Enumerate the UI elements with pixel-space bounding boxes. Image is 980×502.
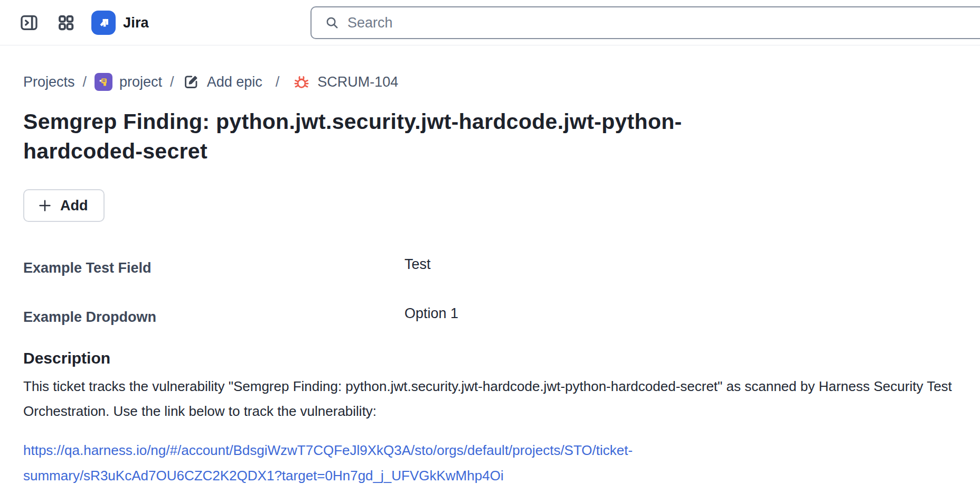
plus-icon [37, 198, 53, 213]
add-button-label: Add [60, 198, 88, 214]
add-button[interactable]: Add [23, 189, 105, 222]
breadcrumb-separator: / [276, 74, 280, 90]
breadcrumb-project-label: project [119, 74, 162, 90]
breadcrumb-issue-key[interactable]: SCRUM-104 [293, 73, 398, 91]
issue-view: Projects / project / [0, 73, 980, 488]
field-label-example-dropdown: Example Dropdown [23, 309, 404, 326]
description-heading: Description [23, 349, 957, 367]
breadcrumb-separator: / [83, 74, 87, 90]
field-value-example-dropdown[interactable]: Option 1 [404, 305, 957, 322]
header-divider [0, 45, 980, 45]
bug-icon [293, 73, 310, 91]
search-bar [310, 6, 980, 39]
vulnerability-link-line1: https://qa.harness.io/ng/#/account/Bdsgi… [23, 438, 957, 463]
app-switcher-button[interactable] [54, 11, 78, 34]
description-body[interactable]: This ticket tracks the vulnerability "Se… [23, 374, 957, 424]
breadcrumb-project[interactable]: project [95, 73, 162, 91]
top-navigation-bar: Jira [0, 0, 980, 45]
app-grid-icon [56, 13, 76, 32]
breadcrumb-issue-key-label: SCRUM-104 [317, 74, 398, 90]
breadcrumb-projects-label: Projects [23, 74, 75, 90]
edit-icon [182, 73, 200, 91]
vulnerability-link-line2: summary/sR3uKcAd7OU6CZC2K2QDX1?target=0H… [23, 463, 957, 488]
breadcrumb-separator: / [170, 74, 174, 90]
search-input[interactable] [347, 15, 980, 31]
breadcrumb-add-epic-label: Add epic [207, 74, 262, 90]
project-avatar-icon [95, 73, 112, 91]
app-name: Jira [123, 15, 149, 31]
field-label-example-test-field: Example Test Field [23, 260, 404, 276]
breadcrumb-add-epic[interactable]: Add epic [182, 73, 262, 91]
breadcrumb-projects[interactable]: Projects [23, 74, 75, 90]
header-left-group: Jira [17, 0, 149, 45]
field-value-example-test-field[interactable]: Test [404, 256, 957, 273]
jira-home-link[interactable]: Jira [91, 11, 149, 35]
jira-logo-icon [91, 11, 116, 35]
custom-fields: Example Test Field Test Example Dropdown… [23, 259, 957, 326]
search-icon [324, 15, 340, 31]
sidebar-expand-button[interactable] [17, 11, 41, 34]
breadcrumb: Projects / project / [23, 73, 957, 91]
sidebar-expand-icon [18, 12, 40, 33]
vulnerability-link[interactable]: https://qa.harness.io/ng/#/account/Bdsgi… [23, 438, 957, 488]
issue-title[interactable]: Semgrep Finding: python.jwt.security.jwt… [23, 107, 789, 166]
